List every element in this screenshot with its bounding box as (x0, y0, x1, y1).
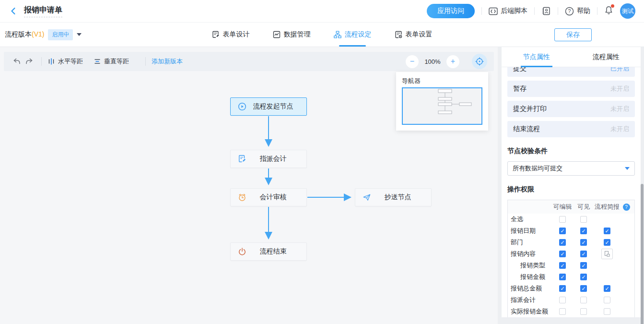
toggle-status: 未开启 (610, 84, 629, 93)
tab-label: 表单设计 (223, 30, 250, 39)
column-header-flow-report: 流程简报 (593, 203, 621, 211)
subform-settings-button[interactable] (601, 249, 613, 259)
vertical-spacing-label: 垂直等距 (104, 57, 129, 66)
checkbox-flow-report[interactable] (604, 239, 610, 246)
vertical-spacing-button[interactable]: 垂直等距 (94, 57, 129, 66)
question-circle-icon: ? (565, 7, 574, 16)
checkbox-visible[interactable] (580, 239, 587, 246)
checkbox-editable[interactable] (559, 216, 566, 223)
tab-form-settings[interactable]: 表单设置 (395, 23, 433, 47)
checkbox-editable[interactable] (559, 308, 566, 315)
checkbox-visible[interactable] (580, 251, 587, 257)
checkbox-editable[interactable] (559, 297, 566, 303)
alarm-clock-icon (238, 193, 246, 202)
zoom-in-button[interactable]: + (446, 55, 459, 68)
header-divider (597, 7, 597, 15)
zoom-out-button[interactable]: − (406, 55, 419, 68)
subform-icon (604, 251, 610, 257)
table-row-total-amount: 报销总金额 (508, 283, 634, 294)
checkbox-editable[interactable] (559, 274, 566, 280)
back-chevron-icon (9, 7, 18, 15)
toggle-row-end-flow[interactable]: 结束流程 未开启 (507, 121, 635, 137)
checkbox-flow-report[interactable] (604, 228, 610, 234)
tab-label: 流程设定 (345, 30, 372, 39)
checkbox-visible[interactable] (580, 308, 587, 315)
checkbox-visible[interactable] (580, 297, 587, 303)
code-icon (489, 7, 498, 15)
validation-section-label: 节点校验条件 (507, 147, 635, 156)
notification-dot (611, 4, 614, 8)
save-button[interactable]: 保存 (554, 28, 592, 41)
table-row-expense-content: 报销内容 (508, 248, 634, 260)
undo-button[interactable] (11, 55, 23, 68)
main-tabs: 表单设计 数据管理 流程设定 表单设置 (212, 23, 433, 47)
toolbar-divider (145, 57, 146, 66)
permission-table-header: 可编辑 可见 流程简报 ? (508, 200, 634, 214)
notifications-button[interactable] (604, 5, 613, 17)
checkbox-visible[interactable] (580, 285, 587, 292)
horizontal-spacing-icon (47, 58, 55, 65)
redo-button[interactable] (23, 55, 35, 68)
checkbox-visible[interactable] (580, 262, 587, 269)
avatar[interactable]: 测试 (620, 3, 635, 19)
tab-node-properties[interactable]: 节点属性 (502, 47, 571, 67)
power-icon (238, 247, 246, 256)
toggle-row-save-draft[interactable]: 暂存 未开启 (507, 81, 635, 97)
checkbox-editable[interactable] (559, 239, 566, 246)
toggle-status: 已开启 (610, 67, 629, 73)
checkbox-visible[interactable] (580, 274, 587, 280)
checkbox-flow-report[interactable] (604, 285, 610, 292)
flow-node-start[interactable]: 流程发起节点 (230, 97, 307, 116)
toggle-label: 暂存 (513, 84, 527, 93)
toggle-label: 提交 (513, 67, 527, 73)
help-button[interactable]: ? 帮助 (565, 7, 590, 16)
tab-data-management[interactable]: 数据管理 (273, 23, 311, 47)
vertical-spacing-icon (94, 58, 101, 65)
toggle-row-submit-print[interactable]: 提交并打印 未开启 (507, 101, 635, 117)
chevron-down-icon[interactable] (77, 33, 82, 36)
flow-node-end[interactable]: 流程结束 (230, 242, 307, 261)
panel-tabs: 节点属性 流程属性 (502, 47, 641, 67)
checkbox-flow-report[interactable] (604, 297, 610, 303)
node-label: 流程发起节点 (246, 102, 306, 111)
horizontal-spacing-button[interactable]: 水平等距 (47, 57, 83, 66)
checkbox-editable[interactable] (559, 251, 566, 257)
help-icon[interactable]: ? (623, 204, 630, 211)
table-row-assign-accountant: 指派会计 (508, 294, 634, 306)
add-new-version-link[interactable]: 添加新版本 (152, 57, 183, 66)
version-selector[interactable]: 流程版本(V1) 启用中 (5, 23, 82, 47)
tab-flow-setting[interactable]: 流程设定 (334, 23, 372, 47)
checkbox-editable[interactable] (559, 262, 566, 269)
checkbox-editable[interactable] (559, 228, 566, 234)
back-button[interactable] (9, 6, 18, 16)
play-circle-icon (238, 102, 246, 111)
app-access-button[interactable]: 应用访问 (427, 4, 475, 18)
tab-flow-properties[interactable]: 流程属性 (571, 47, 641, 67)
tab-form-design[interactable]: 表单设计 (212, 23, 250, 47)
form-settings-icon (395, 31, 402, 38)
node-label: 抄送节点 (371, 193, 431, 202)
toggle-row-submit[interactable]: 提交 已开启 (507, 67, 635, 77)
flow-canvas[interactable]: 水平等距 垂直等距 添加新版本 − 100% + (0, 47, 498, 324)
flow-node-cc[interactable]: 抄送节点 (355, 188, 432, 206)
flow-node-assign-accountant[interactable]: 指派会计 (230, 150, 307, 168)
contacts-button[interactable] (541, 6, 551, 16)
checkbox-visible[interactable] (580, 216, 587, 223)
node-label: 流程结束 (246, 247, 306, 256)
column-header-editable: 可编辑 (551, 203, 574, 211)
data-management-icon (273, 31, 281, 38)
panel-scrollbar-thumb[interactable] (641, 184, 644, 324)
validation-select[interactable]: 所有数据均可提交 (507, 161, 635, 176)
backend-script-button[interactable]: 后端脚本 (489, 7, 527, 15)
locate-button[interactable] (472, 54, 487, 69)
tab-label: 数据管理 (284, 30, 311, 39)
toolbar-divider (41, 57, 42, 66)
navigator-minimap[interactable] (402, 87, 482, 125)
checkbox-visible[interactable] (580, 228, 587, 234)
header-divider (534, 7, 535, 15)
checkbox-flow-report[interactable] (604, 308, 610, 315)
form-design-icon (212, 31, 220, 38)
redo-icon (25, 57, 34, 66)
checkbox-editable[interactable] (559, 285, 566, 292)
flow-node-accountant-review[interactable]: 会计审核 (230, 188, 307, 206)
